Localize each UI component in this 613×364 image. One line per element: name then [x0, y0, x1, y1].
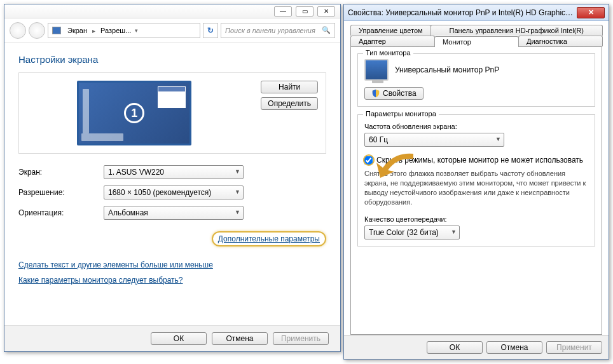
resolution-select[interactable]: 1680 × 1050 (рекомендуется)▼: [104, 185, 244, 199]
chevron-down-icon: ▼: [495, 136, 501, 142]
apply-button: Применит: [546, 341, 602, 354]
crumb-item[interactable]: Разреш...: [100, 27, 131, 34]
label-orientation: Ориентация:: [18, 208, 95, 217]
tab-intel-graphics[interactable]: Панель управления HD-графикой Intel(R): [430, 25, 603, 36]
monitor-icon: [364, 59, 389, 81]
help-link[interactable]: Какие параметры монитора следует выбрать…: [18, 276, 183, 285]
dialog-footer: ОК Отмена Применить: [4, 325, 340, 351]
chevron-right-icon: [91, 27, 97, 34]
highlight-circle: [363, 154, 375, 166]
breadcrumb[interactable]: Экран Разреш... ▾: [48, 23, 200, 38]
cancel-button[interactable]: Отмена: [486, 341, 542, 354]
monitor-name: Универсальный монитор PnP: [395, 65, 499, 74]
highlight-oval: Дополнительные параметры: [212, 231, 326, 246]
ok-button[interactable]: ОК: [427, 341, 483, 354]
identify-panel: 1 Найти Определить: [18, 72, 326, 154]
label-resolution: Разрешение:: [18, 188, 95, 197]
apply-button: Применить: [273, 332, 329, 345]
group-legend: Параметры монитора: [363, 110, 439, 118]
tab-diagnostics[interactable]: Диагностика: [518, 36, 603, 46]
tab-adapter[interactable]: Адаптер: [350, 36, 435, 46]
chevron-down-icon: ▼: [235, 189, 240, 195]
minimize-button[interactable]: —: [274, 6, 292, 17]
find-button[interactable]: Найти: [261, 81, 318, 93]
window-controls: — ▭ ✕: [4, 4, 340, 18]
refresh-button[interactable]: ↻: [203, 23, 218, 38]
detect-button[interactable]: Определить: [261, 97, 318, 110]
window-title: Свойства: Универсальный монитор PnP и In…: [348, 8, 577, 17]
display-select[interactable]: 1. ASUS VW220▼: [104, 165, 244, 179]
orientation-select[interactable]: Альбомная▼: [104, 206, 244, 220]
chevron-down-icon: ▼: [235, 168, 240, 175]
hide-modes-label[interactable]: Скрыть режимы, которые монитор не может …: [376, 156, 583, 165]
address-bar-row: Экран Разреш... ▾ ↻ Поиск в панели управ…: [4, 18, 340, 43]
close-button[interactable]: ✕: [317, 6, 335, 17]
monitor-properties-window: Свойства: Универсальный монитор PnP и In…: [343, 4, 609, 360]
group-legend: Тип монитора: [363, 49, 413, 57]
advanced-settings-link[interactable]: Дополнительные параметры: [218, 234, 320, 243]
page-title: Настройки экрана: [18, 54, 326, 65]
label-refresh-rate: Частота обновления экрана:: [364, 123, 588, 130]
label-color-quality: Качество цветопередачи:: [364, 215, 588, 223]
tabs: Управление цветом Панель управления HD-г…: [344, 21, 609, 335]
tab-pane-monitor: Тип монитора Универсальный монитор PnP С…: [350, 46, 602, 335]
properties-button[interactable]: Свойства: [364, 87, 424, 100]
refresh-rate-select[interactable]: 60 Гц▼: [364, 133, 504, 147]
ok-button[interactable]: ОК: [151, 332, 207, 345]
close-button[interactable]: ✕: [577, 7, 605, 18]
shield-icon: [371, 89, 380, 98]
forward-button[interactable]: [29, 22, 45, 39]
display-settings-window: — ▭ ✕ Экран Разреш... ▾ ↻ Поиск в панели…: [4, 4, 341, 352]
monitor-type-group: Тип монитора Универсальный монитор PnP С…: [357, 53, 595, 107]
hide-modes-note: Снятие этого флажка позволяет выбрать ча…: [364, 169, 588, 206]
titlebar: Свойства: Универсальный монитор PnP и In…: [344, 4, 609, 21]
crumb-item[interactable]: Экран: [67, 27, 87, 34]
search-input[interactable]: Поиск в панели управления 🔍: [221, 23, 335, 38]
color-quality-select[interactable]: True Color (32 бита)▼: [364, 226, 460, 239]
chevron-down-icon: ▼: [451, 229, 457, 235]
chevron-down-icon[interactable]: ▾: [135, 27, 138, 34]
display-icon: [52, 27, 61, 34]
dialog-footer: ОК Отмена Применит: [344, 335, 609, 359]
text-size-link[interactable]: Сделать текст и другие элементы больше и…: [18, 260, 213, 269]
monitor-preview[interactable]: 1: [77, 81, 191, 145]
tab-color-management[interactable]: Управление цветом: [350, 25, 431, 36]
search-icon: 🔍: [322, 26, 331, 34]
hide-modes-checkbox-row: Скрыть режимы, которые монитор не может …: [364, 156, 588, 166]
cancel-button[interactable]: Отмена: [212, 332, 268, 345]
tab-monitor[interactable]: Монитор: [434, 36, 519, 47]
monitor-number: 1: [124, 103, 144, 123]
maximize-button[interactable]: ▭: [296, 6, 313, 17]
back-button[interactable]: [10, 22, 26, 39]
label-display: Экран:: [18, 168, 95, 177]
content-area: Настройки экрана 1 Найти Определить Экра…: [4, 43, 340, 296]
chevron-down-icon: ▼: [235, 209, 240, 215]
monitor-settings-group: Параметры монитора Частота обновления эк…: [357, 114, 595, 246]
